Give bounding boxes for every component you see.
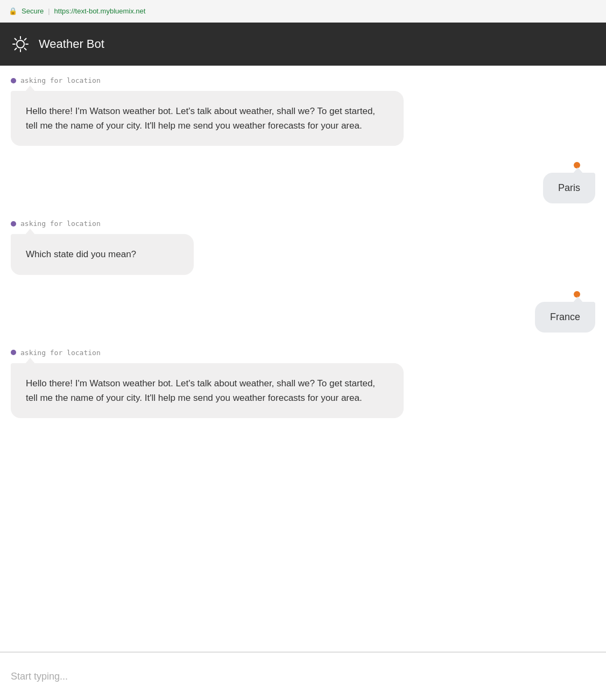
chat-input[interactable] [11, 671, 595, 682]
bot-text-3: Hello there! I'm Watson weather bot. Let… [26, 378, 375, 403]
url-bar[interactable]: https://text-bot.mybluemix.net [54, 7, 146, 15]
bot-bubble-1: Hello there! I'm Watson weather bot. Let… [11, 91, 404, 146]
bot-bubble-2: Which state did you mean? [11, 234, 194, 274]
svg-line-5 [15, 39, 17, 40]
user-bubble-1: Paris [543, 173, 595, 203]
input-area [0, 652, 606, 700]
secure-label: Secure [22, 7, 44, 15]
user-message-group-1: Paris [0, 162, 606, 203]
svg-line-8 [15, 48, 17, 50]
bot-message-group-3: asking for location Hello there! I'm Wat… [0, 349, 606, 418]
browser-bar: 🔒 Secure | https://text-bot.mybluemix.ne… [0, 0, 606, 23]
bot-message-group-2: asking for location Which state did you … [0, 220, 606, 274]
chat-container: asking for location Hello there! I'm Wat… [0, 66, 606, 652]
url-separator: | [48, 7, 50, 15]
user-message-group-2: France [0, 291, 606, 333]
bot-message-group-1: asking for location Hello there! I'm Wat… [0, 76, 606, 146]
intent-dot-3 [11, 350, 16, 355]
logo-icon [11, 34, 30, 54]
svg-line-7 [25, 39, 26, 40]
svg-point-0 [17, 40, 24, 48]
app-title: Weather Bot [39, 37, 104, 51]
intent-label-3: asking for location [11, 349, 595, 357]
bot-text-1: Hello there! I'm Watson weather bot. Let… [26, 106, 375, 131]
intent-dot-2 [11, 221, 16, 227]
user-text-1: Paris [558, 182, 580, 193]
intent-label-1: asking for location [11, 76, 595, 84]
bot-text-2: Which state did you mean? [26, 249, 136, 259]
lock-icon: 🔒 [9, 7, 17, 15]
svg-line-6 [25, 48, 26, 50]
user-bubble-2: France [535, 302, 595, 333]
intent-dot-1 [11, 78, 16, 83]
chat-messages[interactable]: asking for location Hello there! I'm Wat… [0, 66, 606, 652]
intent-text-2: asking for location [20, 220, 101, 228]
app-header: Weather Bot [0, 23, 606, 66]
intent-label-2: asking for location [11, 220, 595, 228]
intent-text-3: asking for location [20, 349, 101, 357]
user-text-2: France [550, 312, 580, 322]
intent-text-1: asking for location [20, 76, 101, 84]
bot-bubble-3: Hello there! I'm Watson weather bot. Let… [11, 363, 404, 418]
